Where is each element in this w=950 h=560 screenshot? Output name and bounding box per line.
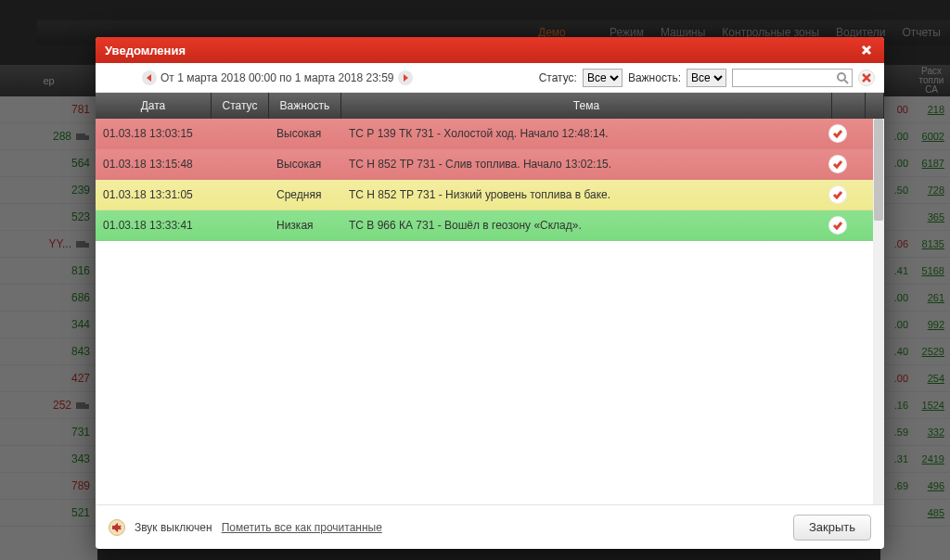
date-next-button[interactable] <box>398 70 413 85</box>
close-button[interactable]: Закрыть <box>793 515 871 541</box>
cell-subject: ТС Н 852 ТР 731 - Слив топлива. Начало 1… <box>341 158 821 171</box>
col-pad <box>866 93 884 119</box>
cell-check <box>821 216 854 235</box>
search-wrap <box>732 69 853 87</box>
table-row[interactable]: 01.03.18 13:31:05СредняяТС Н 852 ТР 731 … <box>96 180 873 210</box>
clear-filter-button[interactable] <box>858 70 875 86</box>
cell-date: 01.03.18 13:15:48 <box>96 158 212 171</box>
cell-check <box>821 185 854 204</box>
cell-importance: Высокая <box>269 127 341 140</box>
mark-read-button[interactable] <box>828 185 847 204</box>
notifications-table: Дата Статус Важность Тема 01.03.18 13:03… <box>96 93 884 504</box>
sound-label: Звук выключен <box>135 521 212 534</box>
mark-read-button[interactable] <box>828 216 847 235</box>
cell-subject: ТС В 966 КА 731 - Вошёл в геозону «Склад… <box>341 219 821 232</box>
table-body: 01.03.18 13:03:15ВысокаяТС Р 139 ТК 731 … <box>96 119 873 504</box>
col-subject: Тема <box>341 93 832 119</box>
search-icon <box>836 71 849 84</box>
table-header: Дата Статус Важность Тема <box>96 93 884 119</box>
svg-point-3 <box>838 73 845 81</box>
importance-label: Важность: <box>628 71 681 84</box>
importance-select[interactable]: Все <box>687 69 726 87</box>
modal-close-button[interactable] <box>858 42 875 58</box>
cell-subject: ТС Н 852 ТР 731 - Низкий уровень топлива… <box>341 188 821 201</box>
filter-bar: От 1 марта 2018 00:00 по 1 марта 2018 23… <box>96 63 884 93</box>
arrow-left-icon <box>146 74 153 82</box>
table-row[interactable]: 01.03.18 13:33:41НизкаяТС В 966 КА 731 -… <box>96 210 873 241</box>
clear-icon <box>862 73 871 83</box>
date-range-control: От 1 марта 2018 00:00 по 1 марта 2018 23… <box>142 70 413 85</box>
check-icon <box>832 220 843 231</box>
cell-date: 01.03.18 13:03:15 <box>96 127 212 140</box>
modal-footer: Звук выключен Пометить все как прочитанн… <box>96 504 884 549</box>
search-input[interactable] <box>732 69 853 87</box>
cell-importance: Средняя <box>269 188 341 201</box>
speaker-off-icon <box>112 523 122 532</box>
check-icon <box>832 159 843 170</box>
cell-importance: Низкая <box>269 219 341 232</box>
status-select[interactable]: Все <box>583 69 623 87</box>
table-row[interactable]: 01.03.18 13:03:15ВысокаяТС Р 139 ТК 731 … <box>96 119 873 149</box>
col-check <box>832 93 866 119</box>
sound-muted-icon[interactable] <box>109 519 125 536</box>
scrollbar-thumb[interactable] <box>874 119 883 221</box>
check-icon <box>832 189 843 200</box>
mark-all-read-link[interactable]: Пометить все как прочитанные <box>222 521 382 534</box>
col-date: Дата <box>96 93 212 119</box>
date-prev-button[interactable] <box>142 70 157 85</box>
status-label: Статус: <box>539 71 577 84</box>
cell-importance: Высокая <box>269 158 341 171</box>
date-range-text: От 1 марта 2018 00:00 по 1 марта 2018 23… <box>160 71 394 84</box>
cell-check <box>821 124 854 143</box>
cell-subject: ТС Р 139 ТК 731 - Холостой ход. Начало 1… <box>341 127 821 140</box>
close-icon <box>861 45 872 56</box>
scrollbar[interactable] <box>873 119 884 504</box>
arrow-right-icon <box>402 74 409 82</box>
modal-title: Уведомления <box>105 44 186 57</box>
cell-date: 01.03.18 13:31:05 <box>96 188 212 201</box>
mark-read-button[interactable] <box>828 155 847 173</box>
cell-date: 01.03.18 13:33:41 <box>96 219 212 232</box>
table-row[interactable]: 01.03.18 13:15:48ВысокаяТС Н 852 ТР 731 … <box>96 149 873 180</box>
check-icon <box>832 128 843 139</box>
notifications-modal: Уведомления От 1 марта 2018 00:00 по 1 м… <box>96 37 884 549</box>
col-importance: Важность <box>269 93 341 119</box>
modal-header: Уведомления <box>96 37 884 63</box>
mark-read-button[interactable] <box>828 124 847 143</box>
cell-check <box>821 155 854 173</box>
col-status: Статус <box>212 93 269 119</box>
